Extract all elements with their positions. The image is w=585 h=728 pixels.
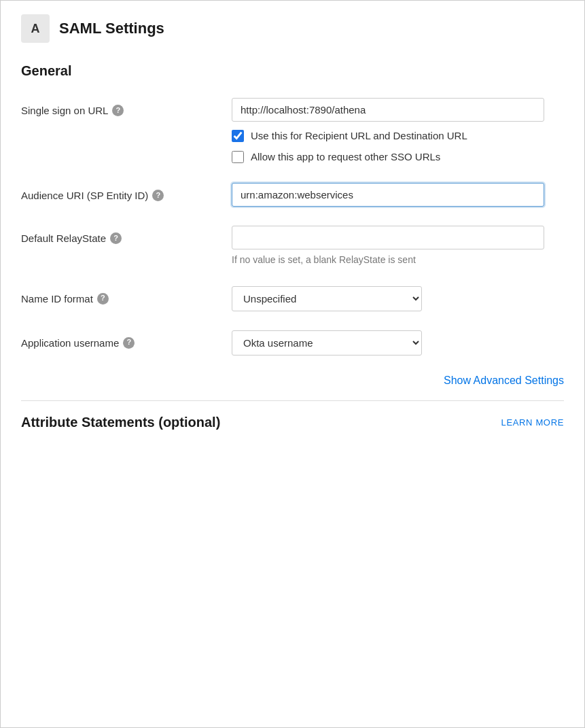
attribute-statements-header: Attribute Statements (optional) LEARN MO… xyxy=(21,415,564,430)
section-divider xyxy=(21,400,564,401)
single-sign-on-label: Single sign on URL ? xyxy=(21,98,232,118)
other-sso-checkbox-row: Allow this app to request other SSO URLs xyxy=(232,150,564,164)
other-sso-checkbox[interactable] xyxy=(232,151,244,163)
application-username-row: Application username ? Okta username Ema… xyxy=(21,330,564,356)
relay-state-row: Default RelayState ? If no value is set,… xyxy=(21,226,564,267)
relay-state-label: Default RelayState ? xyxy=(21,226,232,245)
audience-uri-input[interactable] xyxy=(232,183,544,207)
name-id-format-row: Name ID format ? Unspecified EmailAddres… xyxy=(21,286,564,311)
relay-state-hint: If no value is set, a blank RelayState i… xyxy=(232,254,564,267)
audience-uri-help-icon[interactable]: ? xyxy=(152,190,164,201)
page-header: A SAML Settings xyxy=(21,14,564,43)
relay-state-field: If no value is set, a blank RelayState i… xyxy=(232,226,564,267)
name-id-format-label: Name ID format ? xyxy=(21,286,232,306)
advanced-settings-row: Show Advanced Settings xyxy=(21,375,564,387)
application-username-label: Application username ? xyxy=(21,330,232,350)
name-id-format-help-icon[interactable]: ? xyxy=(97,293,109,305)
application-username-select[interactable]: Okta username Email Custom xyxy=(232,330,422,356)
recipient-url-checkbox[interactable] xyxy=(232,130,244,142)
single-sign-on-input[interactable] xyxy=(232,98,544,122)
header-icon: A xyxy=(21,14,50,43)
name-id-format-field: Unspecified EmailAddress Persistent Tran… xyxy=(232,286,564,311)
relay-state-input[interactable] xyxy=(232,226,544,249)
single-sign-on-row: Single sign on URL ? Use this for Recipi… xyxy=(21,98,564,164)
single-sign-on-field: Use this for Recipient URL and Destinati… xyxy=(232,98,564,164)
recipient-url-checkbox-row: Use this for Recipient URL and Destinati… xyxy=(232,128,564,143)
audience-uri-label: Audience URI (SP Entity ID) ? xyxy=(21,183,232,203)
general-section-heading: General xyxy=(21,63,564,79)
show-advanced-settings-link[interactable]: Show Advanced Settings xyxy=(444,375,564,387)
page-title: SAML Settings xyxy=(59,20,164,37)
single-sign-on-help-icon[interactable]: ? xyxy=(112,105,124,116)
attribute-statements-heading: Attribute Statements (optional) xyxy=(21,415,220,430)
other-sso-label: Allow this app to request other SSO URLs xyxy=(251,150,440,164)
audience-uri-row: Audience URI (SP Entity ID) ? xyxy=(21,183,564,207)
audience-uri-field xyxy=(232,183,564,207)
application-username-help-icon[interactable]: ? xyxy=(123,337,135,349)
name-id-format-select[interactable]: Unspecified EmailAddress Persistent Tran… xyxy=(232,286,422,311)
learn-more-link[interactable]: LEARN MORE xyxy=(501,417,564,428)
application-username-field: Okta username Email Custom xyxy=(232,330,564,356)
recipient-url-label: Use this for Recipient URL and Destinati… xyxy=(251,128,467,143)
relay-state-help-icon[interactable]: ? xyxy=(110,232,122,244)
